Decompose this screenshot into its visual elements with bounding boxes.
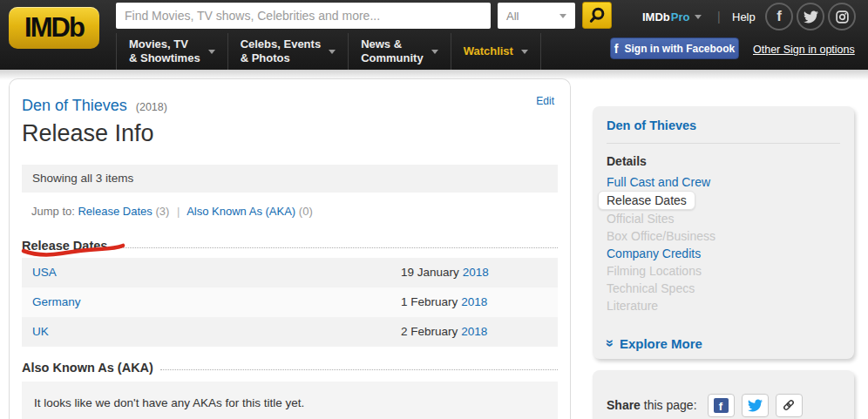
release-dates-count: (3) <box>155 205 169 218</box>
aka-empty-box: It looks like we don't have any AKAs for… <box>22 382 558 419</box>
country-link[interactable]: Germany <box>32 295 81 308</box>
share-label-bold: Share <box>607 398 641 412</box>
share-twitter-button[interactable] <box>742 394 769 417</box>
nav-label-line: & Photos <box>241 51 322 65</box>
nav-watchlist[interactable]: Watchlist <box>451 33 541 70</box>
table-row: USA 19 January2018 <box>22 258 558 287</box>
main-content-card: Edit Den of Thieves (2018) Release Info … <box>9 78 571 419</box>
sidebar-item-full-cast-and-crew[interactable]: Full Cast and Crew <box>607 173 840 191</box>
facebook-icon: f <box>714 398 729 413</box>
facebook-icon: f <box>614 42 619 56</box>
imdbpro-imdb-part: IMDb <box>642 10 670 24</box>
chevron-down-icon <box>695 15 702 19</box>
search-input[interactable] <box>116 3 491 29</box>
nav-celebs-events-photos[interactable]: Celebs, Events & Photos <box>227 33 349 70</box>
release-date: 2 February <box>401 325 458 338</box>
sign-in-facebook-label: Sign in with Facebook <box>624 43 735 55</box>
search-button[interactable] <box>582 2 612 29</box>
share-facebook-button[interactable]: f <box>708 394 735 417</box>
sign-in-with-facebook-button[interactable]: f Sign in with Facebook <box>610 37 739 59</box>
nav-label-line: Movies, TV <box>129 37 200 51</box>
twitter-circle-button[interactable] <box>797 3 824 30</box>
chevron-down-icon <box>208 50 215 54</box>
dotted-leader-line <box>160 369 558 370</box>
site-header: IMDb All IMDb Pro | Help f Movie <box>0 0 868 70</box>
other-sign-in-options-link[interactable]: Other Sign in options <box>753 44 855 56</box>
dotted-leader-line <box>114 247 558 248</box>
aka-heading: Also Known As (AKA) <box>22 361 153 375</box>
showing-items-banner: Showing all 3 items <box>22 165 558 193</box>
page-title: Release Info <box>22 120 558 147</box>
sidebar-divider <box>607 143 840 144</box>
imdb-logo-text: IMDb <box>24 12 84 44</box>
instagram-icon <box>835 10 850 24</box>
table-row: Germany 1 February2018 <box>22 287 558 317</box>
jump-to-release-dates-link[interactable]: Release Dates <box>78 205 152 218</box>
nav-label-line: Community <box>361 51 424 65</box>
imdbpro-menu[interactable]: IMDb Pro <box>642 10 702 24</box>
sidebar-item-box-office-business: Box Office/Business <box>607 227 840 245</box>
release-dates-section-heading: Release Dates <box>22 239 558 253</box>
share-link-button[interactable] <box>776 394 803 417</box>
explore-more-link[interactable]: » Explore More <box>607 335 840 351</box>
chevron-down-icon <box>559 14 566 18</box>
header-divider: | <box>717 10 721 24</box>
nav-label-line: News & <box>361 37 424 51</box>
sidebar-item-technical-specs: Technical Specs <box>607 280 840 297</box>
nav-label-line: & Showtimes <box>129 51 200 65</box>
release-dates-heading: Release Dates <box>22 239 107 253</box>
table-row: UK 2 February2018 <box>22 317 558 347</box>
facebook-circle-button[interactable]: f <box>765 3 793 30</box>
share-label-rest: this page: <box>641 398 697 412</box>
explore-more-label: Explore More <box>620 336 702 351</box>
watchlist-label: Watchlist <box>464 44 513 58</box>
jump-to-bar: Jump to: Release Dates (3) | Also Known … <box>22 205 558 218</box>
aka-section-heading: Also Known As (AKA) <box>22 361 558 375</box>
release-date: 1 February <box>401 295 458 308</box>
nav-movies-tv-showtimes[interactable]: Movies, TV & Showtimes <box>116 33 227 70</box>
imdbpro-pro-part: Pro <box>671 10 690 24</box>
release-year-link[interactable]: 2018 <box>461 325 487 338</box>
nav-news-community[interactable]: News & Community <box>348 33 451 70</box>
country-link[interactable]: USA <box>32 266 57 279</box>
jump-to-aka-link[interactable]: Also Known As (AKA) <box>186 205 295 218</box>
release-year-link[interactable]: 2018 <box>463 266 489 279</box>
release-year-link[interactable]: 2018 <box>461 295 487 308</box>
aka-count: (0) <box>299 205 313 218</box>
facebook-icon: f <box>776 8 782 25</box>
nav-label-line: Celebs, Events <box>241 37 322 51</box>
sidebar-item-release-dates-active[interactable]: Release Dates <box>607 191 840 210</box>
edit-link[interactable]: Edit <box>536 95 554 107</box>
instagram-circle-button[interactable] <box>828 3 856 30</box>
chevron-down-icon <box>329 50 336 54</box>
search-scope-value: All <box>506 10 519 23</box>
search-icon <box>587 6 607 25</box>
movie-year: (2018) <box>136 101 167 113</box>
help-link[interactable]: Help <box>732 10 756 24</box>
sidebar-item-company-credits[interactable]: Company Credits <box>607 245 840 262</box>
link-icon <box>781 397 797 413</box>
sidebar-item-literature: Literature <box>607 297 840 314</box>
jump-to-label: Jump to: <box>31 205 75 218</box>
release-date: 19 January <box>401 266 459 279</box>
country-link[interactable]: UK <box>32 325 49 338</box>
share-box: Share this page: f <box>593 370 854 419</box>
imdb-logo[interactable]: IMDb <box>9 7 99 49</box>
aka-empty-line1: It looks like we don't have any AKAs for… <box>34 390 546 416</box>
details-sidebar: Den of Thieves Details Full Cast and Cre… <box>593 106 854 359</box>
sidebar-details-heading: Details <box>607 154 840 168</box>
chevron-down-icon <box>521 50 528 54</box>
movie-title-link[interactable]: Den of Thieves <box>22 97 127 114</box>
release-dates-table: USA 19 January2018 Germany 1 February201… <box>22 258 558 347</box>
sidebar-item-official-sites: Official Sites <box>607 210 840 227</box>
primary-nav: Movies, TV & Showtimes Celebs, Events & … <box>116 33 541 70</box>
twitter-icon <box>748 398 763 413</box>
search-scope-dropdown[interactable]: All <box>498 3 575 29</box>
chevron-down-icon <box>431 50 438 54</box>
twitter-icon <box>804 10 818 24</box>
aka-empty-line2: Be the first to contribute! Just click t… <box>34 416 546 419</box>
double-chevron-down-icon: » <box>602 340 618 348</box>
sidebar-movie-title-link[interactable]: Den of Thieves <box>607 118 840 132</box>
jump-to-separator: | <box>177 205 180 218</box>
sidebar-item-filming-locations: Filming Locations <box>607 262 840 280</box>
